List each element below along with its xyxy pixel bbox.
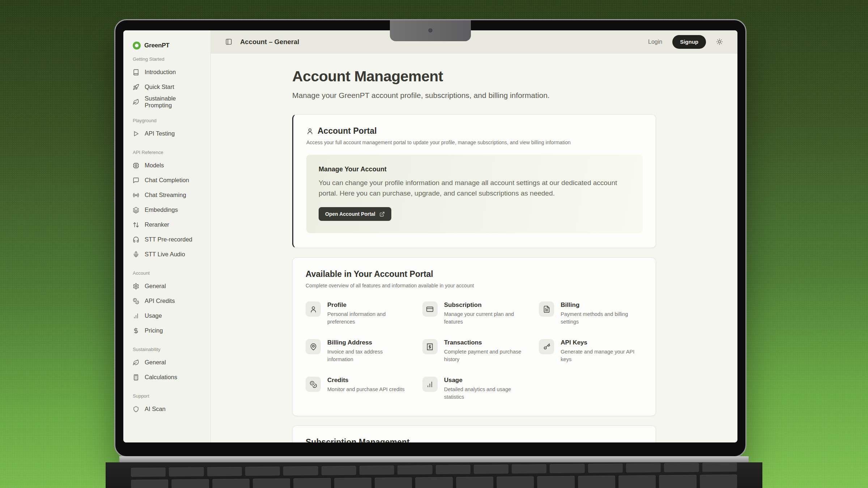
panel-left-icon[interactable]	[225, 38, 232, 45]
bar-chart-icon	[133, 313, 139, 319]
feature-text: ProfilePersonal information and preferen…	[327, 301, 409, 325]
account-portal-card: Account Portal Access your full account …	[292, 114, 656, 248]
sidebar-item-api-reference-chat-streaming[interactable]: Chat Streaming	[123, 188, 210, 202]
sidebar-section-label: Sustainability	[123, 347, 210, 352]
sidebar-section-label: Support	[123, 393, 210, 399]
laptop-notch	[390, 20, 471, 41]
topbar-actions: Login Signup	[648, 35, 723, 49]
sidebar-item-label: Embeddings	[145, 206, 178, 213]
sidebar-item-label: Sustainable Prompting	[145, 95, 201, 109]
keyboard-key	[659, 475, 697, 488]
sidebar-section-label: Account	[123, 270, 210, 276]
sidebar-item-sustainability-calculations[interactable]: Calculations	[123, 370, 210, 385]
features-grid: ProfilePersonal information and preferen…	[306, 301, 643, 401]
sidebar-item-label: Models	[145, 162, 164, 169]
sidebar-item-api-reference-embeddings[interactable]: Embeddings	[123, 202, 210, 217]
keyboard-key	[578, 476, 616, 488]
sidebar-item-label: Calculations	[145, 374, 177, 381]
keyboard-key	[497, 476, 534, 488]
laptop-keyboard	[106, 462, 762, 488]
feature-billing[interactable]: BillingPayment methods and billing setti…	[539, 301, 643, 325]
leaf-icon	[133, 359, 139, 366]
sidebar-item-sustainability-general[interactable]: General	[123, 355, 210, 370]
sidebar-item-account-usage[interactable]: Usage	[123, 308, 210, 323]
feature-billing-address[interactable]: Billing AddressInvoice and tax address i…	[306, 339, 409, 363]
feature-description: Detailed analytics and usage statistics	[444, 386, 526, 401]
signup-button[interactable]: Signup	[672, 35, 706, 49]
feature-title: Credits	[327, 377, 405, 384]
feature-text: CreditsMonitor and purchase API credits	[327, 377, 405, 393]
keyboard-key	[169, 467, 204, 477]
feature-text: API KeysGenerate and manage your API key…	[561, 339, 643, 363]
keyboard-key	[397, 465, 433, 475]
features-card: Available in Your Account Portal Complet…	[292, 257, 656, 416]
feature-credits[interactable]: CreditsMonitor and purchase API credits	[306, 377, 409, 401]
message-square-icon	[133, 177, 139, 184]
brand-logo[interactable]: GreenPT	[123, 38, 210, 53]
screen-content: GreenPT Getting StartedIntroductionQuick…	[123, 30, 737, 442]
feature-description: Monitor and purchase API credits	[327, 386, 405, 393]
keyboard-key	[415, 477, 453, 488]
keyboard-key	[626, 463, 661, 473]
feature-title: Transactions	[444, 339, 526, 346]
bar-chart-icon	[422, 377, 438, 392]
sidebar-section-label: Getting Started	[123, 56, 210, 62]
feature-transactions[interactable]: TransactionsComplete payment and purchas…	[422, 339, 526, 363]
feature-text: Billing AddressInvoice and tax address i…	[327, 339, 409, 363]
keyboard-key	[212, 479, 250, 488]
sidebar-item-getting-started-introduction[interactable]: Introduction	[123, 65, 210, 80]
laptop-hinge	[119, 456, 749, 462]
shield-icon	[133, 406, 139, 412]
feature-title: Billing	[561, 301, 643, 309]
sidebar-item-api-reference-stt-pre-recorded[interactable]: STT Pre-recorded	[123, 232, 210, 247]
receipt-icon	[422, 339, 438, 354]
sidebar-item-label: STT Pre-recorded	[145, 236, 192, 243]
keyboard-key	[375, 478, 412, 488]
keyboard-key	[283, 466, 318, 476]
sidebar-section-account: AccountGeneralAPI CreditsUsagePricing	[123, 270, 210, 338]
feature-api-keys[interactable]: API KeysGenerate and manage your API key…	[539, 339, 643, 363]
keyboard-key	[293, 478, 331, 488]
feature-title: Billing Address	[327, 339, 409, 346]
sidebar-item-account-api-credits[interactable]: API Credits	[123, 294, 210, 308]
keyboard-key	[435, 465, 471, 474]
sun-icon[interactable]	[716, 38, 723, 45]
keyboard-key	[550, 464, 585, 473]
sidebar-item-account-general[interactable]: General	[123, 279, 210, 294]
keyboard-key	[131, 467, 166, 477]
login-link[interactable]: Login	[648, 39, 662, 45]
feature-profile[interactable]: ProfilePersonal information and preferen…	[306, 301, 409, 325]
feature-description: Payment methods and billing settings	[561, 311, 643, 325]
keyboard-key	[700, 475, 737, 488]
open-account-portal-button[interactable]: Open Account Portal	[319, 207, 391, 221]
account-portal-title: Account Portal	[318, 126, 377, 136]
features-title: Available in Your Account Portal	[306, 269, 643, 279]
ring-logo-icon	[133, 42, 141, 50]
keyboard-key	[245, 467, 280, 476]
sidebar-item-getting-started-quick-start[interactable]: Quick Start	[123, 80, 210, 94]
layers-icon	[133, 207, 139, 213]
rocket-icon	[133, 84, 139, 90]
sidebar-item-playground-api-testing[interactable]: API Testing	[123, 126, 210, 141]
feature-usage[interactable]: UsageDetailed analytics and usage statis…	[422, 377, 526, 401]
sidebar-item-support-ai-scan[interactable]: AI Scan	[123, 402, 210, 416]
dollar-icon	[133, 328, 139, 334]
keyboard-key	[171, 479, 209, 488]
sidebar-section-sustainability: SustainabilityGeneralCalculations	[123, 347, 210, 385]
feature-subscription[interactable]: SubscriptionManage your current plan and…	[422, 301, 526, 325]
headphones-icon	[133, 236, 139, 243]
sidebar-item-label: Chat Streaming	[145, 192, 186, 198]
page-content: Account Management Manage your GreenPT a…	[211, 53, 737, 442]
sidebar-item-api-reference-models[interactable]: Models	[123, 158, 210, 173]
map-pin-icon	[306, 339, 321, 354]
keyboard-key	[588, 463, 623, 473]
sidebar-item-api-reference-chat-completion[interactable]: Chat Completion	[123, 173, 210, 188]
sidebar-section-playground: PlaygroundAPI Testing	[123, 118, 210, 141]
sidebar-item-api-reference-reranker[interactable]: Reranker	[123, 217, 210, 232]
sidebar-item-api-reference-stt-live-audio[interactable]: STT Live Audio	[123, 247, 210, 262]
sidebar-section-getting-started: Getting StartedIntroductionQuick StartSu…	[123, 56, 210, 109]
sidebar-item-account-pricing[interactable]: Pricing	[123, 323, 210, 338]
sidebar-item-label: Reranker	[145, 221, 169, 228]
sidebar-item-getting-started-sustainable-prompting[interactable]: Sustainable Prompting	[123, 94, 210, 109]
key-icon	[539, 339, 554, 354]
